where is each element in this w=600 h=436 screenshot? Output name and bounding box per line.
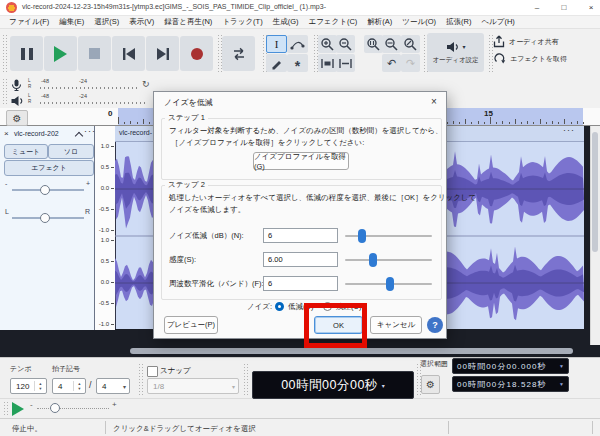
speed-max-label: + [112,400,117,409]
menu-item-4[interactable]: 録音と再生(N) [159,17,217,27]
speed-slider-knob[interactable] [50,403,60,413]
toolbar-grip[interactable] [3,401,8,417]
audio-setup-icon-row: ▾ [445,41,465,53]
skip-to-end-button[interactable] [146,36,179,71]
noise-reduction-input[interactable]: 6 [263,228,338,243]
envelope-tool-button[interactable] [287,35,308,53]
selection-end-display[interactable]: 00時間00分18.528秒 ▼ [452,376,569,392]
zoom-out-button[interactable] [336,35,355,53]
pause-button[interactable] [10,36,43,71]
ruler-tick [521,122,522,124]
menu-item-11[interactable]: ヘルプ(H) [476,17,519,27]
record-button[interactable] [180,36,213,71]
timeline-options-button[interactable]: ⚙ [6,110,28,126]
menu-item-0[interactable]: ファイル(F) [4,17,54,27]
dialog-close-button[interactable]: × [426,94,442,109]
menu-item-5[interactable]: トラック(T) [217,17,267,27]
track-close-button[interactable]: × [4,129,9,138]
stop-button[interactable] [78,36,111,71]
noise-reduction-slider-thumb[interactable] [358,229,366,243]
toolbar-grip[interactable] [138,363,143,395]
track-collapse-icon[interactable] [75,132,83,140]
snap-checkbox[interactable] [147,366,158,377]
mute-button[interactable]: ミュート [4,144,48,159]
meter-ticks [40,87,140,89]
get-effects-button[interactable]: エフェクトを取得 [493,52,567,65]
maximize-button[interactable]: □ [552,0,576,15]
step1-text-line1: フィルター対象を判断するため、ノイズのみの区間（数秒間）を選択してから、 [169,126,443,136]
toolbar-grip[interactable] [2,78,7,106]
track-name[interactable]: vlc-record-202 [14,130,59,137]
tempo-spin-arrows[interactable]: ▴▾ [34,381,46,391]
amp-scale-label: 0.5 [95,164,109,170]
play-button[interactable] [44,36,77,71]
timesig-spin-arrows[interactable]: ▴▾ [73,381,85,391]
menu-item-6[interactable]: 生成(G) [268,17,304,27]
horizontal-scrollbar-thumb[interactable] [130,348,573,354]
clip-menu-button[interactable]: ··· [563,125,575,135]
effects-button[interactable]: エフェクト [4,160,94,176]
menu-item-10[interactable]: 拡張(R) [441,17,476,27]
pan-slider-knob[interactable] [40,213,50,223]
record-meter-scale[interactable]: -48 -24 [40,78,140,89]
zoom-in-button[interactable] [318,35,337,53]
gear-icon: ⚙ [13,113,22,124]
draw-tool-button[interactable] [266,54,287,72]
trim-icon [320,57,335,70]
get-effects-icon [493,52,506,65]
loop-button[interactable] [222,36,255,71]
menu-item-3[interactable]: 表示(V) [124,17,159,27]
tempo-value: 120 [11,382,34,391]
radio-reduce[interactable] [275,302,284,311]
snap-interval-select[interactable]: 1/8 ▾ [147,378,239,394]
play-at-speed-button[interactable] [12,402,24,416]
playback-meter-scale[interactable]: -48 -24 [40,93,148,104]
menu-item-2[interactable]: 選択(S) [89,17,124,27]
skip-to-start-button[interactable] [112,36,145,71]
zoom-fit-project-button[interactable] [382,35,401,53]
multi-tool-button[interactable]: * [287,54,308,72]
toolbar-grip[interactable] [2,34,7,72]
sensitivity-slider-track[interactable] [345,259,432,261]
trim-audio-button[interactable] [318,54,337,72]
sensitivity-input[interactable]: 6.00 [263,252,338,267]
frequency-smoothing-input[interactable]: 6 [263,276,338,291]
audio-setup-button[interactable]: ▾ オーディオ設定 [427,33,484,72]
vertical-scrollbar-thumb[interactable] [592,132,598,252]
sensitivity-slider-thumb[interactable] [369,253,377,267]
zoom-out-icon [338,37,353,52]
share-audio-button[interactable]: オーディオ共有 [493,35,559,48]
menu-item-8[interactable]: 解析(A) [362,17,397,27]
zoom-selection-button[interactable] [364,35,383,53]
zoom-toggle-button[interactable] [401,35,420,53]
gain-slider-knob[interactable] [40,185,50,195]
selection-start-display[interactable]: 00時間00分00.000秒 ▼ [452,358,569,374]
minimize-button[interactable]: – [525,0,549,15]
amp-scale-tick [111,167,114,168]
undo-button[interactable]: ↶ [382,54,401,72]
time-signature-upper-input[interactable]: 4 ▴▾ [52,378,86,394]
time-signature-lower-select[interactable]: 4 ▾ [96,378,130,394]
ruler-tick [453,121,454,125]
get-noise-profile-button[interactable]: ノイズプロファイルを取得(G) [253,152,349,170]
time-display[interactable]: 00時間00分00秒 ▾ [252,371,414,399]
toolbar-grip[interactable] [243,363,248,395]
ruler-tick [484,122,485,124]
frequency-smoothing-slider-thumb[interactable] [386,277,394,291]
menu-item-9[interactable]: ツール(O) [397,17,441,27]
amp-scale-tick [111,282,114,283]
help-button[interactable]: ? [427,317,443,333]
menu-item-1[interactable]: 編集(E) [54,17,89,27]
amp-scale-label: -0.5 [95,206,109,212]
tempo-input[interactable]: 120 ▴▾ [10,378,47,394]
selection-options-button[interactable]: ⚙ [421,375,440,394]
ruler-tick [558,122,559,124]
silence-audio-button[interactable] [336,54,355,72]
cancel-button[interactable]: キャンセル [370,316,422,334]
close-button[interactable]: × [579,0,600,15]
redo-button[interactable]: ↷ [401,54,420,72]
selection-tool-button[interactable]: I [266,35,287,53]
preview-button[interactable]: プレビュー(P) [164,316,218,334]
solo-button[interactable]: ソロ [48,144,94,159]
menu-item-7[interactable]: エフェクト(C) [304,17,363,27]
